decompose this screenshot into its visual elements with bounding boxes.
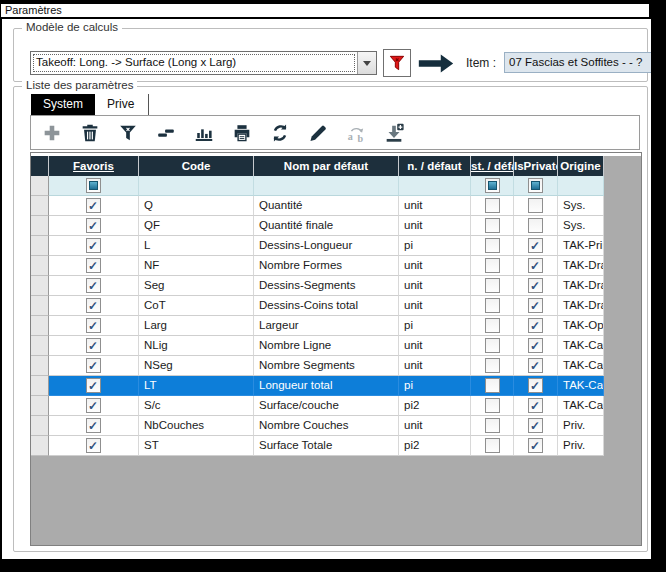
isprivate-checkbox[interactable]	[528, 418, 543, 433]
isprivate-checkbox[interactable]	[528, 278, 543, 293]
filter-cell-nom[interactable]	[254, 176, 399, 196]
cell-est[interactable]	[471, 256, 514, 276]
cell-origine[interactable]: Sys.	[558, 196, 604, 216]
est-checkbox[interactable]	[485, 418, 500, 433]
header-cell-favoris[interactable]: Favoris	[49, 156, 139, 176]
cell-nom[interactable]: Largeur	[254, 316, 399, 336]
cell-unite[interactable]: pi	[399, 236, 471, 256]
cell-est[interactable]	[471, 316, 514, 336]
model-filter-button[interactable]	[383, 49, 411, 77]
header-cell-nom[interactable]: Nom par défaut	[254, 156, 399, 176]
est-checkbox[interactable]	[485, 378, 500, 393]
cell-est[interactable]	[471, 296, 514, 316]
filter-checkbox-favoris[interactable]	[86, 178, 101, 193]
favoris-checkbox[interactable]	[86, 338, 101, 353]
row-indicator[interactable]	[31, 296, 49, 316]
table-row[interactable]: S/cSurface/couchepi2TAK-Calc	[31, 396, 604, 416]
favoris-checkbox[interactable]	[86, 218, 101, 233]
cell-est[interactable]	[471, 356, 514, 376]
cell-origine[interactable]: TAK-Draw	[558, 256, 604, 276]
isprivate-checkbox[interactable]	[528, 218, 543, 233]
cell-code[interactable]: NLig	[139, 336, 254, 356]
cell-unite[interactable]: pi	[399, 316, 471, 336]
row-indicator[interactable]	[31, 376, 49, 396]
cell-isprivate[interactable]	[514, 276, 558, 296]
cell-isprivate[interactable]	[514, 316, 558, 336]
cell-favoris[interactable]	[49, 436, 139, 456]
cell-unite[interactable]: unit	[399, 416, 471, 436]
cell-favoris[interactable]	[49, 316, 139, 336]
favoris-checkbox[interactable]	[86, 198, 101, 213]
row-indicator[interactable]	[31, 416, 49, 436]
row-indicator[interactable]	[31, 256, 49, 276]
cell-unite[interactable]: unit	[399, 196, 471, 216]
table-row[interactable]: QFQuantité finaleunitSys.	[31, 216, 604, 236]
cell-nom[interactable]: Nombre Formes	[254, 256, 399, 276]
cell-origine[interactable]: TAK-Opti	[558, 316, 604, 336]
est-checkbox[interactable]	[485, 398, 500, 413]
est-checkbox[interactable]	[485, 258, 500, 273]
tab-system[interactable]: System	[31, 94, 95, 115]
chart-button[interactable]	[191, 120, 217, 146]
table-row[interactable]: STSurface Totalepi2Priv.	[31, 436, 604, 456]
cell-nom[interactable]: Dessins-Coins total	[254, 296, 399, 316]
cell-est[interactable]	[471, 396, 514, 416]
row-indicator[interactable]	[31, 436, 49, 456]
favoris-checkbox[interactable]	[86, 418, 101, 433]
cell-nom[interactable]: Quantité finale	[254, 216, 399, 236]
filter-cell-isprivate[interactable]	[514, 176, 558, 196]
filter-checkbox-isprivate[interactable]	[528, 178, 543, 193]
filter-checkbox-est[interactable]	[485, 178, 500, 193]
cell-code[interactable]: CoT	[139, 296, 254, 316]
cell-est[interactable]	[471, 376, 514, 396]
est-checkbox[interactable]	[485, 298, 500, 313]
cell-code[interactable]: Q	[139, 196, 254, 216]
favoris-checkbox[interactable]	[86, 398, 101, 413]
cell-favoris[interactable]	[49, 276, 139, 296]
cell-favoris[interactable]	[49, 376, 139, 396]
cell-favoris[interactable]	[49, 236, 139, 256]
cell-isprivate[interactable]	[514, 376, 558, 396]
cell-origine[interactable]: TAK-Calc	[558, 396, 604, 416]
cell-unite[interactable]: unit	[399, 216, 471, 236]
est-checkbox[interactable]	[485, 238, 500, 253]
cell-nom[interactable]: Nombre Ligne	[254, 336, 399, 356]
cell-est[interactable]	[471, 276, 514, 296]
header-cell-code[interactable]: Code	[139, 156, 254, 176]
cell-unite[interactable]: unit	[399, 336, 471, 356]
row-indicator[interactable]	[31, 216, 49, 236]
favoris-checkbox[interactable]	[86, 278, 101, 293]
cell-nom[interactable]: Nombre Couches	[254, 416, 399, 436]
cell-isprivate[interactable]	[514, 356, 558, 376]
cell-isprivate[interactable]	[514, 216, 558, 236]
est-checkbox[interactable]	[485, 318, 500, 333]
cell-origine[interactable]: Priv.	[558, 436, 604, 456]
cell-nom[interactable]: Nombre Segments	[254, 356, 399, 376]
cell-origine[interactable]: TAK-Calc	[558, 376, 604, 396]
cell-origine[interactable]: TAK-Draw	[558, 296, 604, 316]
favoris-checkbox[interactable]	[86, 358, 101, 373]
cell-favoris[interactable]	[49, 196, 139, 216]
isprivate-checkbox[interactable]	[528, 338, 543, 353]
table-row[interactable]: NFNombre FormesunitTAK-Draw	[31, 256, 604, 276]
cell-unite[interactable]: pi	[399, 376, 471, 396]
est-checkbox[interactable]	[485, 438, 500, 453]
cell-unite[interactable]: pi2	[399, 436, 471, 456]
favoris-checkbox[interactable]	[86, 378, 101, 393]
cell-est[interactable]	[471, 236, 514, 256]
isprivate-checkbox[interactable]	[528, 298, 543, 313]
print-button[interactable]	[229, 120, 255, 146]
cell-favoris[interactable]	[49, 216, 139, 236]
cell-code[interactable]: LT	[139, 376, 254, 396]
cell-unite[interactable]: unit	[399, 356, 471, 376]
cell-origine[interactable]: TAK-Calc	[558, 336, 604, 356]
table-row[interactable]: NLigNombre LigneunitTAK-Calc	[31, 336, 604, 356]
import-button[interactable]	[381, 120, 407, 146]
cell-est[interactable]	[471, 336, 514, 356]
cell-origine[interactable]: Priv.	[558, 416, 604, 436]
isprivate-checkbox[interactable]	[528, 398, 543, 413]
rename-button[interactable]: a b	[343, 120, 369, 146]
isprivate-checkbox[interactable]	[528, 198, 543, 213]
cell-unite[interactable]: pi2	[399, 396, 471, 416]
add-button[interactable]	[39, 120, 65, 146]
